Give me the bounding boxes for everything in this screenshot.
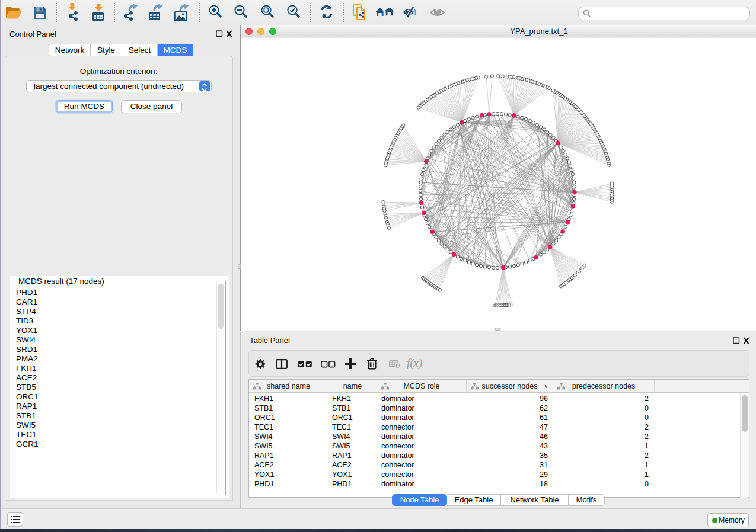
svg-text:f(x): f(x) [407,358,422,370]
